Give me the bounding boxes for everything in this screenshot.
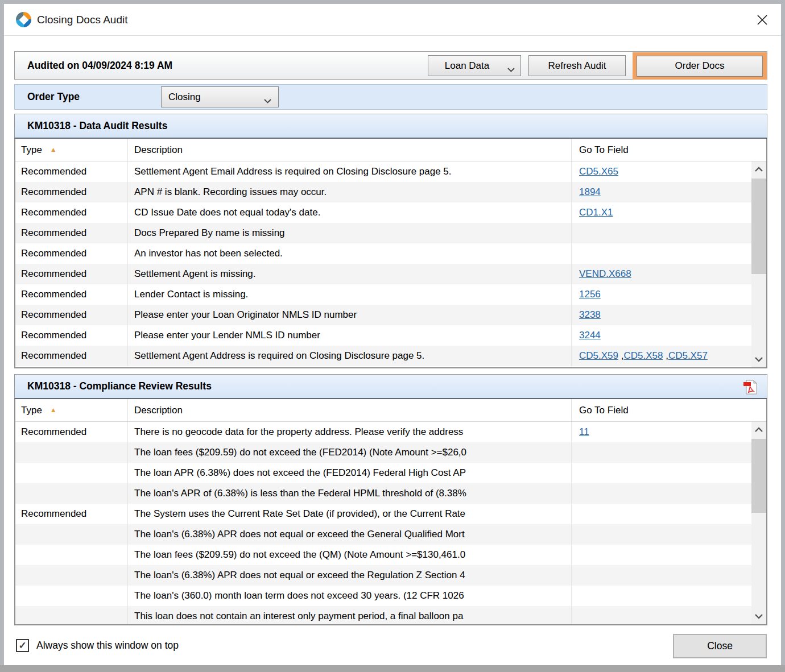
row-description: CD Issue Date does not equal today's dat… [127,202,571,223]
row-description: There is no geocode data for the propert… [127,422,571,442]
row-type: Recommended [15,202,127,223]
row-goto-field [571,586,751,606]
data-audit-rows: RecommendedSettlement Agent Email Addres… [15,161,751,367]
scrollbar-thumb[interactable] [751,439,766,513]
row-description: The loan's (6.38%) APR does not equal or… [127,565,571,586]
row-type [15,565,127,586]
row-goto-field: VEND.X668 [571,264,751,284]
row-type: Recommended [15,346,127,366]
goto-field-link[interactable]: CD5.X59 [579,350,618,361]
data-audit-section-title: KM10318 - Data Audit Results [27,114,167,138]
app-icon [16,12,31,27]
row-goto-field [571,243,751,264]
row-description: APN # is blank. Recording issues may occ… [127,182,571,202]
always-on-top-checkbox[interactable]: ✓ [16,639,29,652]
window-frame-left [0,0,4,672]
row-description: The loan fees ($209.59) do not exceed th… [127,442,571,463]
window-frame-top [0,0,785,4]
row-type: Recommended [15,223,127,243]
table-row: The loan fees ($209.59) do not exceed th… [15,545,751,565]
compliance-section-header: KM10318 - Compliance Review Results [14,374,767,399]
column-header-type[interactable]: Type▲ [15,399,127,421]
row-goto-field: 1256 [571,284,751,305]
row-description: Please enter your Loan Originator NMLS I… [127,305,571,325]
row-goto-field [571,223,751,243]
row-type: Recommended [15,284,127,305]
compliance-table-header: Type▲ Description Go To Field [15,399,766,422]
loan-data-dropdown[interactable]: Loan Data [428,55,521,76]
scroll-up-icon[interactable] [751,422,766,438]
close-button[interactable]: Close [673,634,767,658]
row-goto-field [571,606,751,624]
table-row: RecommendedSettlement Agent is missing.V… [15,264,751,284]
goto-field-link[interactable]: 1256 [579,289,601,300]
row-type: Recommended [15,161,127,182]
column-header-goto-field: Go To Field [571,399,766,421]
row-type [15,524,127,545]
data-audit-scrollbar[interactable] [751,161,766,367]
table-row: RecommendedLender Contact is missing.125… [15,284,751,305]
row-goto-field [571,483,751,504]
row-type: Recommended [15,182,127,202]
table-row: RecommendedPlease enter your Lender NMLS… [15,325,751,346]
window-title: Closing Docs Audit [37,4,127,36]
goto-field-link[interactable]: CD5.X65 [579,166,618,177]
pdf-export-icon[interactable] [743,379,758,395]
table-row: RecommendedThe System uses the Current R… [15,504,751,524]
audit-toolbar: Audited on 04/09/2024 8:19 AM Loan Data … [14,51,767,80]
close-icon[interactable] [755,13,770,27]
window-frame-right [781,0,785,672]
loan-data-dropdown-label: Loan Data [445,60,489,72]
goto-field-link[interactable]: CD5.X57 [668,350,708,361]
row-description: Settlement Agent Address is required on … [127,346,571,366]
row-description: This loan does not contain an interest o… [127,606,571,624]
order-docs-button[interactable]: Order Docs [637,56,763,77]
row-description: Lender Contact is missing. [127,284,571,305]
column-header-goto-field: Go To Field [571,139,766,161]
data-audit-table-header: Type▲ Description Go To Field [15,139,766,161]
row-goto-field [571,545,751,565]
sort-ascending-icon: ▲ [50,146,57,154]
goto-field-link[interactable]: CD5.X58 [623,350,663,361]
data-audit-table: Type▲ Description Go To Field Recommende… [14,139,767,368]
row-goto-field: 3238 [571,305,751,325]
goto-field-link[interactable]: 3238 [579,309,601,320]
row-description: The loan fees ($209.59) do not exceed th… [127,545,571,565]
row-type: Recommended [15,422,127,442]
compliance-rows: RecommendedThere is no geocode data for … [15,422,751,624]
order-type-dropdown[interactable]: Closing [161,86,279,107]
window-frame-bottom [0,665,785,672]
goto-field-link[interactable]: CD1.X1 [579,207,613,218]
refresh-audit-button[interactable]: Refresh Audit [528,55,626,76]
row-type [15,586,127,606]
row-goto-field [571,442,751,463]
row-description: The loan's APR of (6.38%) is less than t… [127,483,571,504]
goto-field-link[interactable]: VEND.X668 [579,268,631,279]
compliance-scrollbar[interactable] [751,422,766,624]
row-goto-field: CD5.X59 ,CD5.X58 ,CD5.X57 [571,346,751,366]
scroll-down-icon[interactable] [751,608,766,624]
table-row: RecommendedAn investor has not been sele… [15,243,751,264]
row-description: An investor has not been selected. [127,243,571,264]
row-description: Settlement Agent Email Address is requir… [127,161,571,182]
row-type: Recommended [15,264,127,284]
row-goto-field [571,524,751,545]
row-type [15,545,127,565]
data-audit-section-header: KM10318 - Data Audit Results [14,114,767,139]
goto-field-link[interactable]: 1894 [579,186,601,197]
scroll-down-icon[interactable] [751,351,766,367]
scroll-up-icon[interactable] [751,161,766,177]
row-type [15,483,127,504]
row-description: Docs Prepared By name is missing [127,223,571,243]
scrollbar-thumb[interactable] [751,179,766,274]
column-header-type[interactable]: Type▲ [15,139,127,161]
table-row: RecommendedSettlement Agent Email Addres… [15,161,751,182]
row-description: The loan's (360.0) month loan term does … [127,586,571,606]
row-goto-field [571,463,751,483]
goto-field-link[interactable]: 11 [579,426,589,437]
order-docs-highlight: Order Docs [633,52,767,80]
chevron-down-icon [507,64,515,75]
table-row: The loan APR (6.38%) does not exceed the… [15,463,751,483]
goto-field-link[interactable]: 3244 [579,330,601,341]
table-row: The loan's (360.0) month loan term does … [15,586,751,606]
